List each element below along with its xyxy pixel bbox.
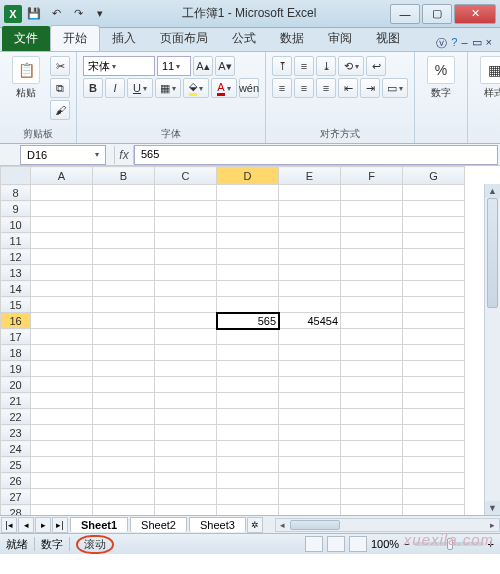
cut-icon[interactable]: ✂ [50,56,70,76]
styles-button[interactable]: ▦ 样式 [474,56,500,100]
row-header-15[interactable]: 15 [1,297,31,313]
cell-F16[interactable] [341,313,403,329]
cell-B18[interactable] [93,345,155,361]
help-icon[interactable]: ? [451,36,457,51]
cell-G20[interactable] [403,377,465,393]
cell-D19[interactable] [217,361,279,377]
format-painter-icon[interactable]: 🖌 [50,100,70,120]
cell-E17[interactable] [279,329,341,345]
align-middle-icon[interactable]: ≡ [294,56,314,76]
cell-F23[interactable] [341,425,403,441]
cell-A14[interactable] [31,281,93,297]
cell-B17[interactable] [93,329,155,345]
row-header-8[interactable]: 8 [1,185,31,201]
cell-C22[interactable] [155,409,217,425]
cell-G9[interactable] [403,201,465,217]
cell-G16[interactable] [403,313,465,329]
row-header-27[interactable]: 27 [1,489,31,505]
cell-E19[interactable] [279,361,341,377]
cell-A20[interactable] [31,377,93,393]
number-format-button[interactable]: % 数字 [421,56,461,100]
shrink-font-icon[interactable]: A▾ [215,56,235,76]
col-header-G[interactable]: G [403,167,465,185]
cell-D22[interactable] [217,409,279,425]
maximize-button[interactable]: ▢ [422,4,452,24]
cell-E9[interactable] [279,201,341,217]
cell-A21[interactable] [31,393,93,409]
hscroll-thumb[interactable] [290,520,340,530]
cell-E18[interactable] [279,345,341,361]
cell-A24[interactable] [31,441,93,457]
align-top-icon[interactable]: ⤒ [272,56,292,76]
col-header-C[interactable]: C [155,167,217,185]
row-header-25[interactable]: 25 [1,457,31,473]
cell-A27[interactable] [31,489,93,505]
cell-D17[interactable] [217,329,279,345]
cell-E15[interactable] [279,297,341,313]
row-header-22[interactable]: 22 [1,409,31,425]
cell-A15[interactable] [31,297,93,313]
cell-D11[interactable] [217,233,279,249]
cell-E28[interactable] [279,505,341,517]
row-header-11[interactable]: 11 [1,233,31,249]
cell-D12[interactable] [217,249,279,265]
cell-F9[interactable] [341,201,403,217]
cell-E24[interactable] [279,441,341,457]
row-header-12[interactable]: 12 [1,249,31,265]
cell-B24[interactable] [93,441,155,457]
cell-E25[interactable] [279,457,341,473]
row-header-16[interactable]: 16 [1,313,31,329]
cell-C19[interactable] [155,361,217,377]
cell-A12[interactable] [31,249,93,265]
cell-C17[interactable] [155,329,217,345]
scroll-left-icon[interactable]: ◂ [276,519,290,531]
sheet-nav-first-icon[interactable]: |◂ [1,517,17,533]
cell-G28[interactable] [403,505,465,517]
file-tab[interactable]: 文件 [2,26,50,51]
tab-formulas[interactable]: 公式 [220,26,268,51]
underline-button[interactable]: U▾ [127,78,153,98]
bold-button[interactable]: B [83,78,103,98]
font-family-combo[interactable]: 宋体▾ [83,56,155,76]
cell-C23[interactable] [155,425,217,441]
row-header-28[interactable]: 28 [1,505,31,517]
cell-F17[interactable] [341,329,403,345]
cell-A17[interactable] [31,329,93,345]
cell-G14[interactable] [403,281,465,297]
col-header-B[interactable]: B [93,167,155,185]
cell-B8[interactable] [93,185,155,201]
cell-G23[interactable] [403,425,465,441]
cell-A22[interactable] [31,409,93,425]
cell-C16[interactable] [155,313,217,329]
cell-F21[interactable] [341,393,403,409]
cell-B26[interactable] [93,473,155,489]
cell-F14[interactable] [341,281,403,297]
cell-F18[interactable] [341,345,403,361]
sheet-nav-prev-icon[interactable]: ◂ [18,517,34,533]
cell-E12[interactable] [279,249,341,265]
cell-C11[interactable] [155,233,217,249]
cell-D15[interactable] [217,297,279,313]
cell-D27[interactable] [217,489,279,505]
cell-F12[interactable] [341,249,403,265]
cell-G11[interactable] [403,233,465,249]
scroll-right-icon[interactable]: ▸ [485,519,499,531]
cell-C21[interactable] [155,393,217,409]
vertical-scrollbar[interactable]: ▲ ▼ [484,184,500,515]
cell-B14[interactable] [93,281,155,297]
cell-D8[interactable] [217,185,279,201]
cell-C18[interactable] [155,345,217,361]
scroll-up-icon[interactable]: ▲ [485,184,500,198]
tab-layout[interactable]: 页面布局 [148,26,220,51]
cell-G10[interactable] [403,217,465,233]
cell-A11[interactable] [31,233,93,249]
cell-A8[interactable] [31,185,93,201]
cell-B19[interactable] [93,361,155,377]
row-header-19[interactable]: 19 [1,361,31,377]
cell-A16[interactable] [31,313,93,329]
tab-review[interactable]: 审阅 [316,26,364,51]
align-bottom-icon[interactable]: ⤓ [316,56,336,76]
cell-E14[interactable] [279,281,341,297]
qat-customize-icon[interactable]: ▾ [90,4,110,24]
align-left-icon[interactable]: ≡ [272,78,292,98]
